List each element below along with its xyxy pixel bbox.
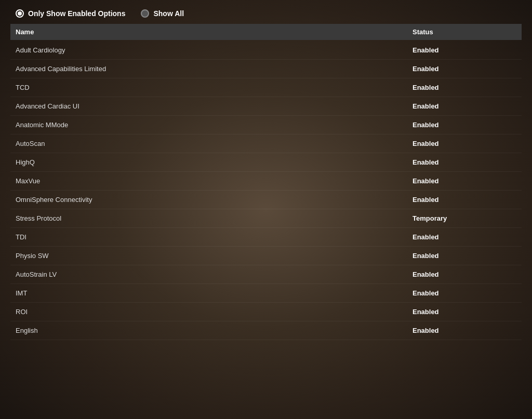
table-row[interactable]: Stress ProtocolTemporary [10, 209, 522, 228]
table-row[interactable]: HighQEnabled [10, 153, 522, 172]
show-all-radio[interactable] [141, 9, 149, 18]
row-status-12: Enabled [413, 271, 516, 278]
table-row[interactable]: Physio SWEnabled [10, 247, 522, 265]
only-enabled-option[interactable]: Only Show Enabled Options [16, 9, 125, 18]
table-row[interactable]: Anatomic MModeEnabled [10, 116, 522, 134]
row-name-0: Adult Cardiology [16, 46, 413, 54]
row-status-5: Enabled [413, 140, 516, 147]
show-all-option[interactable]: Show All [141, 9, 184, 18]
row-status-6: Enabled [413, 158, 516, 166]
table-row[interactable]: AutoScanEnabled [10, 134, 522, 153]
row-name-9: Stress Protocol [16, 214, 413, 222]
row-status-10: Enabled [413, 233, 516, 241]
table-row[interactable]: Adult CardiologyEnabled [10, 41, 522, 60]
table-row[interactable]: IMTEnabled [10, 284, 522, 303]
column-name-header: Name [16, 28, 413, 36]
table-row[interactable]: Advanced Cardiac UIEnabled [10, 97, 522, 116]
row-name-7: MaxVue [16, 177, 413, 185]
row-name-3: Advanced Cardiac UI [16, 102, 413, 110]
row-status-13: Enabled [413, 289, 516, 297]
row-name-15: English [16, 327, 413, 334]
row-name-4: Anatomic MMode [16, 121, 413, 129]
row-status-9: Temporary [413, 214, 516, 222]
row-status-2: Enabled [413, 84, 516, 91]
row-name-6: HighQ [16, 158, 413, 166]
table-row[interactable]: ROIEnabled [10, 303, 522, 321]
only-enabled-radio[interactable] [16, 9, 24, 18]
table-row[interactable]: Advanced Capabilities LimitedEnabled [10, 60, 522, 78]
row-status-3: Enabled [413, 102, 516, 110]
row-name-8: OmniSphere Connectivity [16, 196, 413, 204]
only-enabled-label: Only Show Enabled Options [28, 9, 125, 18]
show-all-label: Show All [153, 9, 184, 18]
row-status-0: Enabled [413, 46, 516, 54]
row-status-8: Enabled [413, 196, 516, 204]
table-row[interactable]: TDIEnabled [10, 228, 522, 247]
row-name-11: Physio SW [16, 252, 413, 260]
row-status-7: Enabled [413, 177, 516, 185]
row-name-2: TCD [16, 84, 413, 91]
table-row[interactable]: OmniSphere ConnectivityEnabled [10, 191, 522, 209]
row-status-4: Enabled [413, 121, 516, 129]
column-status-header: Status [413, 28, 516, 36]
row-status-11: Enabled [413, 252, 516, 260]
row-status-14: Enabled [413, 308, 516, 316]
filter-bar: Only Show Enabled Options Show All [0, 5, 532, 24]
row-status-1: Enabled [413, 65, 516, 73]
table-header: Name Status [10, 24, 522, 40]
table-body: Adult CardiologyEnabledAdvanced Capabili… [10, 41, 522, 340]
row-name-13: IMT [16, 289, 413, 297]
table-row[interactable]: MaxVueEnabled [10, 172, 522, 191]
row-name-1: Advanced Capabilities Limited [16, 65, 413, 73]
row-name-12: AutoStrain LV [16, 271, 413, 278]
row-status-15: Enabled [413, 327, 516, 334]
table-row[interactable]: EnglishEnabled [10, 321, 522, 340]
table-row[interactable]: AutoStrain LVEnabled [10, 265, 522, 284]
row-name-10: TDI [16, 233, 413, 241]
row-name-14: ROI [16, 308, 413, 316]
table-row[interactable]: TCDEnabled [10, 78, 522, 97]
row-name-5: AutoScan [16, 140, 413, 147]
options-table: Name Status Adult CardiologyEnabledAdvan… [10, 24, 522, 419]
